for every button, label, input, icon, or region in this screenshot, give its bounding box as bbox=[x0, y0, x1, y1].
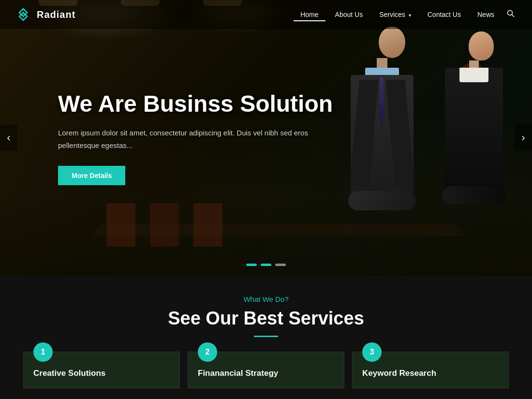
nav-link-home[interactable]: Home bbox=[294, 8, 325, 21]
service-title-1: Creative Solutions bbox=[33, 369, 170, 378]
nav-link-about[interactable]: About Us bbox=[328, 8, 370, 21]
services-eyebrow: What We Do? bbox=[0, 295, 532, 303]
slider-dot-1[interactable] bbox=[246, 264, 257, 266]
slider-dot-3[interactable] bbox=[275, 264, 286, 266]
hero-section: We Are Businss Solution Lorem ipsum dolo… bbox=[0, 0, 532, 276]
services-heading: See Our Best Services bbox=[0, 308, 532, 329]
nav-link-contact[interactable]: Contact Us bbox=[421, 8, 468, 21]
brand-logo[interactable]: Radiant bbox=[15, 6, 75, 23]
chair-1 bbox=[106, 203, 135, 247]
service-card-3: 3 Keyword Research bbox=[352, 352, 509, 388]
chevron-right-icon: › bbox=[521, 132, 525, 144]
slider-dot-2[interactable] bbox=[261, 264, 271, 266]
service-title-3: Keyword Research bbox=[362, 369, 499, 378]
logo-icon bbox=[15, 6, 32, 23]
person-woman bbox=[430, 31, 517, 273]
slider-dots bbox=[246, 264, 286, 266]
chair-2 bbox=[150, 203, 179, 247]
hero-title: We Are Businss Solution bbox=[58, 90, 339, 117]
service-title-2: Finanancial Strategy bbox=[198, 369, 334, 378]
service-badge-3: 3 bbox=[362, 342, 382, 362]
navbar: Radiant Home About Us Services ▾ Contact… bbox=[0, 0, 532, 29]
service-badge-1: 1 bbox=[33, 342, 53, 362]
services-cards-container: 1 Creative Solutions 2 Finanancial Strat… bbox=[0, 352, 532, 388]
service-card-1: 1 Creative Solutions bbox=[23, 352, 180, 388]
nav-list: Home About Us Services ▾ Contact Us News bbox=[294, 7, 517, 22]
nav-search[interactable] bbox=[504, 7, 517, 22]
nav-item-about[interactable]: About Us bbox=[328, 10, 370, 19]
services-divider bbox=[254, 336, 278, 337]
search-button[interactable] bbox=[504, 7, 517, 22]
service-card-2: 2 Finanancial Strategy bbox=[188, 352, 344, 388]
hero-cta-button[interactable]: More Details bbox=[58, 166, 125, 185]
slider-next-button[interactable]: › bbox=[515, 125, 532, 151]
services-dropdown-arrow: ▾ bbox=[409, 13, 411, 18]
person-man bbox=[339, 27, 426, 273]
brand-name: Radiant bbox=[37, 9, 75, 20]
services-section: What We Do? See Our Best Services 1 Crea… bbox=[0, 276, 532, 398]
nav-item-home[interactable]: Home bbox=[294, 10, 325, 19]
search-icon bbox=[507, 10, 515, 17]
nav-item-services[interactable]: Services ▾ bbox=[372, 10, 418, 19]
svg-line-5 bbox=[512, 15, 515, 17]
chevron-left-icon: ‹ bbox=[7, 132, 10, 144]
hero-subtitle: Lorem ipsum dolor sit amet, consectetur … bbox=[58, 127, 339, 151]
service-badge-2: 2 bbox=[198, 342, 217, 362]
slider-prev-button[interactable]: ‹ bbox=[0, 125, 17, 151]
hero-content: We Are Businss Solution Lorem ipsum dolo… bbox=[58, 90, 339, 185]
nav-item-contact[interactable]: Contact Us bbox=[421, 10, 468, 19]
svg-point-4 bbox=[508, 11, 513, 15]
nav-link-services[interactable]: Services ▾ bbox=[372, 8, 418, 21]
nav-item-news[interactable]: News bbox=[471, 10, 501, 19]
nav-link-news[interactable]: News bbox=[471, 8, 501, 21]
chair-3 bbox=[193, 203, 222, 247]
